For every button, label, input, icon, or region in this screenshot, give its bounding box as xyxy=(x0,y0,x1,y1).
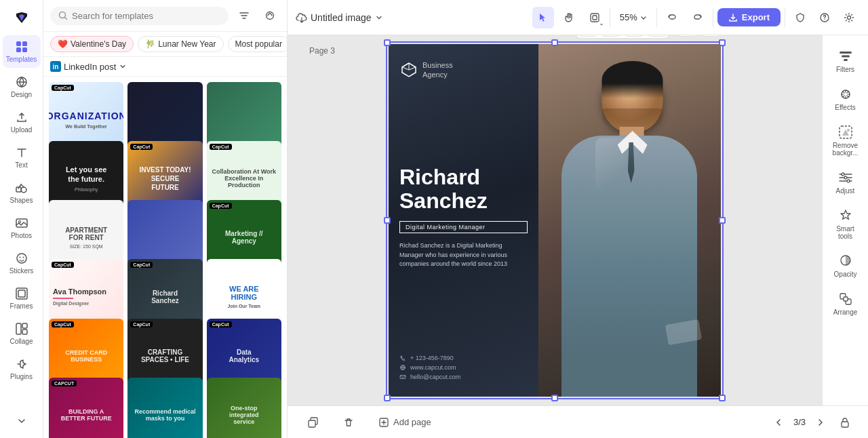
template-tag-6: CapCut xyxy=(210,144,232,150)
delete-action[interactable] xyxy=(336,413,361,432)
template-style-btn[interactable] xyxy=(260,5,280,26)
card-email: hello@capcut.com xyxy=(399,374,528,380)
add-page-action[interactable]: Add page xyxy=(372,413,438,432)
divider-4 xyxy=(785,8,785,27)
template-tag-15: CapCut xyxy=(210,321,232,327)
filter-tag-valentines[interactable]: ❤️ Valentine's Day xyxy=(50,36,134,52)
remove-bg-icon xyxy=(838,125,853,140)
sidebar-item-design[interactable]: Design xyxy=(3,71,41,103)
sidebar-item-plugins[interactable]: Plugins xyxy=(3,353,41,385)
right-tool-filters[interactable]: Filters xyxy=(827,43,865,79)
next-icon xyxy=(816,418,825,427)
svg-point-11 xyxy=(19,257,20,258)
page-total: 3 xyxy=(801,417,806,427)
upload-icon xyxy=(14,110,29,125)
right-toolbar: Filters Effects Remove backgr... xyxy=(822,35,868,405)
cursor-tool-btn[interactable] xyxy=(532,7,554,28)
svg-rect-40 xyxy=(840,52,852,54)
canvas-frame[interactable]: ••• ••• xyxy=(389,44,721,397)
zoom-level-text: 55% xyxy=(620,12,637,22)
settings-btn[interactable] xyxy=(838,7,860,28)
sidebar-label-text: Text xyxy=(15,161,27,170)
file-title[interactable]: Untitled image xyxy=(296,12,384,24)
right-tool-effects[interactable]: Effects xyxy=(827,81,865,117)
business-logo-icon xyxy=(399,60,418,79)
right-tool-opacity[interactable]: Opacity xyxy=(827,248,865,283)
canvas-workspace[interactable]: Page 3 xyxy=(288,35,822,405)
sidebar-item-text[interactable]: Text xyxy=(3,141,41,174)
export-btn[interactable]: Export xyxy=(717,8,781,26)
sidebar-item-frames[interactable]: Frames xyxy=(3,282,41,315)
page-label: Page 3 xyxy=(309,46,335,56)
trash-icon xyxy=(343,417,354,428)
opacity-label: Opacity xyxy=(834,271,857,278)
template-item-18[interactable]: One-stopintegratedservice xyxy=(207,378,281,438)
sidebar-label-design: Design xyxy=(11,91,32,99)
card-logo: Business Agency xyxy=(399,60,528,80)
page-indicator: 3/3 xyxy=(793,417,806,427)
svg-rect-1 xyxy=(22,41,27,46)
group-btn[interactable] xyxy=(601,35,621,37)
effects-label: Effects xyxy=(835,104,855,111)
frame-dropdown-indicator xyxy=(599,22,604,27)
next-page-btn[interactable] xyxy=(811,413,830,432)
design-icon xyxy=(14,75,29,89)
duplicate-action[interactable] xyxy=(301,413,326,432)
more-float-btn[interactable]: ••• xyxy=(701,35,721,37)
svg-rect-59 xyxy=(309,420,315,427)
grid-layout-btn[interactable] xyxy=(578,35,598,37)
card-left-panel: Business Agency Richard Sanchez Digital … xyxy=(389,44,538,397)
valentines-label: Valentine's Day xyxy=(71,39,126,49)
redo-btn[interactable] xyxy=(687,7,709,28)
sidebar-item-upload[interactable]: Upload xyxy=(3,106,41,138)
copy-float-btn[interactable] xyxy=(677,35,698,37)
search-wrapper[interactable] xyxy=(50,7,229,25)
right-tool-smart[interactable]: Smart tools xyxy=(827,203,865,245)
lock-btn[interactable] xyxy=(835,413,854,432)
platform-selector[interactable]: in LinkedIn post xyxy=(43,57,287,77)
shield-btn[interactable] xyxy=(789,7,811,28)
svg-point-9 xyxy=(18,221,20,223)
svg-rect-2 xyxy=(16,47,21,52)
sidebar-label-plugins: Plugins xyxy=(10,373,33,381)
filter-tag-lunar[interactable]: 🎋 Lunar New Year xyxy=(138,36,223,52)
help-btn[interactable] xyxy=(814,7,835,28)
template-item-17[interactable]: Recommend medicalmasks to you xyxy=(127,378,202,438)
template-item-16[interactable]: BUILDING ABETTER FUTURE CAPCUT xyxy=(49,378,123,438)
card-job-title: Digital Marketing Manager xyxy=(399,221,528,233)
hand-tool-btn[interactable] xyxy=(558,7,580,28)
filter-tag-popular[interactable]: Most popular xyxy=(228,36,287,52)
bottom-nav: 3/3 xyxy=(769,413,854,432)
sidebar-item-stickers[interactable]: Stickers xyxy=(3,247,41,279)
adjust-icon xyxy=(838,170,853,185)
sidebar-collapse-btn[interactable] xyxy=(3,410,41,433)
duplicate-btn[interactable] xyxy=(624,35,644,37)
search-input[interactable] xyxy=(72,11,220,21)
card-photo-panel xyxy=(538,44,722,397)
divider-3 xyxy=(713,8,713,27)
right-tool-adjust[interactable]: Adjust xyxy=(827,165,865,200)
add-page-icon xyxy=(378,417,389,428)
filters-label: Filters xyxy=(836,66,854,73)
template-tag-1: CapCut xyxy=(52,85,74,91)
email-icon xyxy=(399,374,406,380)
right-tool-arrange[interactable]: Arrange xyxy=(827,286,865,321)
sidebar-item-photos[interactable]: Photos xyxy=(3,212,41,244)
text-icon xyxy=(14,145,29,160)
top-bar: Untitled image xyxy=(288,0,868,35)
undo-btn[interactable] xyxy=(661,7,683,28)
sidebar-item-shapes[interactable]: Shapes xyxy=(3,176,41,209)
collapse-icon xyxy=(14,414,29,429)
sidebar-item-collage[interactable]: Collage xyxy=(3,317,41,350)
template-filter-btn[interactable] xyxy=(234,5,254,26)
zoom-selector[interactable]: 55% xyxy=(614,9,652,25)
more-btn[interactable]: ••• xyxy=(647,35,667,37)
prev-page-btn[interactable] xyxy=(769,413,788,432)
sidebar-label-stickers: Stickers xyxy=(9,267,34,275)
app-logo[interactable] xyxy=(9,5,34,30)
sidebar-item-templates[interactable]: Templates xyxy=(3,35,41,68)
bottom-bar: Add page 3/3 xyxy=(288,405,868,438)
search-bar xyxy=(43,0,287,32)
right-tool-remove-bg[interactable]: Remove backgr... xyxy=(827,119,865,162)
template-tag-11: CapCut xyxy=(130,262,153,268)
